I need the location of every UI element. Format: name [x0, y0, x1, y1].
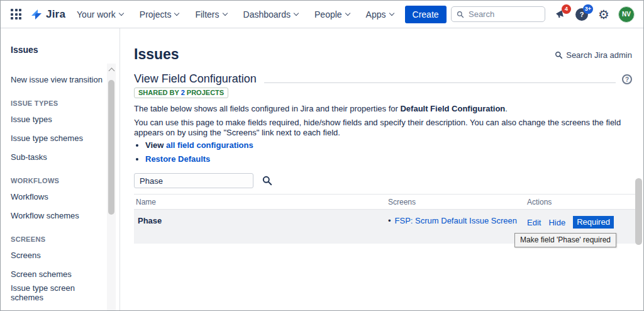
shared-projects-badge[interactable]: SHARED BY 2 PROJECTS	[134, 88, 228, 98]
gear-icon: ⚙	[598, 8, 609, 21]
section-title: View Field Configuration	[134, 72, 257, 86]
jira-window: Jira Your work Projects Filters Dashboar…	[0, 0, 644, 311]
notifications-badge: 4	[562, 4, 571, 14]
sidebar-scrollbar-thumb[interactable]	[108, 80, 114, 215]
chevron-down-icon	[119, 10, 124, 15]
edit-action-link[interactable]: Edit	[527, 218, 541, 227]
search-jira-admin-link[interactable]: Search Jira admin	[555, 50, 632, 60]
avatar[interactable]: NV	[618, 6, 635, 23]
global-search-box[interactable]	[451, 6, 545, 22]
menu-dashboards[interactable]: Dashboards	[243, 9, 299, 20]
main-content: Issues Search Jira admin View Field Conf…	[120, 28, 643, 310]
view-all-field-configurations-link[interactable]: all field configurations	[166, 140, 253, 150]
menu-your-work[interactable]: Your work	[77, 9, 123, 20]
sidebar-section-issue-types: ISSUE TYPES	[11, 89, 103, 110]
navbar-right-cluster: 4 ? 3+ ⚙ NV	[451, 6, 635, 23]
hide-action-link[interactable]: Hide	[548, 218, 565, 227]
required-action-link[interactable]: Required	[573, 216, 614, 229]
notifications-button[interactable]: 4	[552, 6, 567, 23]
filter-search-button[interactable]	[262, 176, 272, 186]
chevron-down-icon	[294, 10, 299, 15]
sidebar-section-workflows: WORKFLOWS	[11, 166, 103, 187]
field-filter-input[interactable]	[134, 173, 253, 188]
sidebar-item-workflows[interactable]: Workflows	[11, 187, 103, 206]
menu-people[interactable]: People	[314, 9, 350, 20]
sidebar-item-issue-type-schemes[interactable]: Issue type schemes	[11, 128, 103, 147]
search-icon	[457, 10, 464, 19]
restore-defaults-link[interactable]: Restore Defaults	[145, 154, 210, 164]
chevron-down-icon	[222, 10, 227, 15]
sidebar-section-screens: SCREENS	[11, 225, 103, 246]
sidebar-item-issue-types[interactable]: Issue types	[11, 110, 103, 128]
description-text: You can use this page to make fields req…	[134, 118, 632, 138]
menu-apps[interactable]: Apps	[366, 9, 394, 20]
page-body: Issues New issue view transition ISSUE T…	[1, 28, 643, 310]
config-name: Default Field Configuration	[400, 104, 505, 113]
list-item: View all field configurations	[145, 140, 632, 150]
quick-links-list: View all field configurations Restore De…	[145, 140, 632, 164]
menu-projects[interactable]: Projects	[140, 9, 179, 20]
menu-filters[interactable]: Filters	[195, 9, 226, 20]
top-navbar: Jira Your work Projects Filters Dashboar…	[1, 1, 643, 28]
sidebar-item-screens[interactable]: Screens	[11, 246, 103, 264]
tooltip: Make field 'Phase' required	[514, 233, 616, 247]
main-menu: Your work Projects Filters Dashboards Pe…	[77, 9, 393, 20]
bullet: •	[388, 216, 391, 225]
help-badge: 3+	[583, 4, 593, 14]
jira-logo-icon	[30, 8, 43, 21]
field-screens-cell: • FSP: Scrum Default Issue Screen	[388, 216, 527, 244]
column-header-screens: Screens	[388, 198, 527, 206]
field-name: Phase	[134, 216, 388, 244]
intro-text: The table below shows all fields configu…	[134, 104, 632, 114]
create-button[interactable]: Create	[405, 6, 447, 23]
sidebar-item-screen-schemes[interactable]: Screen schemes	[11, 264, 103, 283]
help-button[interactable]: ? 3+	[574, 6, 589, 23]
sidebar-item-issue-type-screen-schemes[interactable]: Issue type screen schemes	[11, 283, 103, 302]
settings-button[interactable]: ⚙	[596, 6, 611, 23]
admin-sidebar: Issues New issue view transition ISSUE T…	[1, 28, 120, 310]
sidebar-item-new-issue-view-transition[interactable]: New issue view transition	[11, 70, 103, 89]
page-title: Issues	[134, 46, 179, 63]
divider	[264, 82, 616, 83]
sidebar-scrollbar[interactable]	[107, 64, 116, 310]
scroll-up-arrow-icon[interactable]	[108, 68, 114, 74]
sidebar-item-workflow-schemes[interactable]: Workflow schemes	[11, 206, 103, 225]
sidebar-item-sub-tasks[interactable]: Sub-tasks	[11, 147, 103, 166]
chevron-down-icon	[345, 10, 350, 15]
page-scrollbar-thumb[interactable]	[635, 178, 642, 245]
chevron-down-icon	[174, 10, 179, 15]
chevron-down-icon	[389, 10, 394, 15]
screen-link[interactable]: FSP: Scrum Default Issue Screen	[395, 216, 517, 225]
app-switcher-icon[interactable]	[11, 9, 21, 20]
table-header-row: Name Screens Actions	[134, 194, 637, 210]
jira-logo[interactable]: Jira	[30, 8, 65, 21]
column-header-name: Name	[134, 198, 388, 206]
global-search-input[interactable]	[469, 9, 540, 19]
sidebar-title: Issues	[11, 45, 103, 55]
search-icon	[555, 51, 563, 59]
column-header-actions: Actions	[527, 198, 637, 206]
list-item: Restore Defaults	[145, 154, 632, 164]
search-icon	[262, 176, 272, 186]
jira-logo-text: Jira	[46, 8, 65, 21]
section-help-icon[interactable]: ?	[622, 74, 632, 84]
